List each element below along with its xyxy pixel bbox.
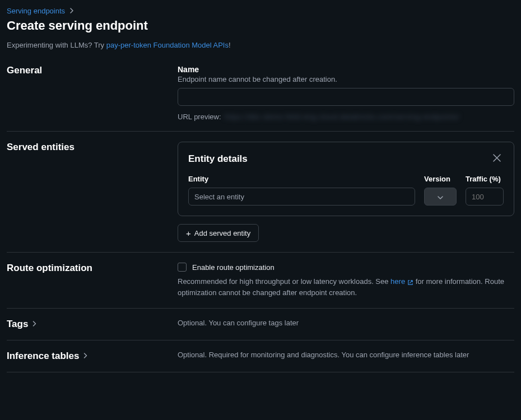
entity-card: Entity details Entity Select an entity V…: [178, 142, 514, 216]
entity-select[interactable]: Select an entity: [188, 188, 415, 206]
chevron-right-icon: [83, 353, 87, 360]
section-title-route: Route optimization: [7, 263, 178, 274]
section-title-served: Served entities: [7, 142, 178, 153]
section-title-inference[interactable]: Inference tables: [7, 351, 178, 362]
tags-description: Optional. You can configure tags later: [178, 319, 514, 327]
entity-card-title: Entity details: [188, 153, 248, 165]
traffic-label: Traffic (%): [466, 175, 504, 183]
section-route-optimization: Route optimization Enable route optimiza…: [7, 253, 514, 309]
chevron-down-icon: [438, 193, 443, 201]
experiment-note: Experimenting with LLMs? Try pay-per-tok…: [7, 41, 514, 49]
traffic-input[interactable]: [466, 188, 504, 206]
close-entity-button[interactable]: [490, 152, 504, 166]
version-label: Version: [424, 175, 457, 183]
entity-select-placeholder: Select an entity: [194, 193, 244, 201]
external-link-icon: [406, 278, 413, 286]
entity-label: Entity: [188, 175, 415, 183]
experiment-prefix: Experimenting with LLMs? Try: [7, 41, 106, 49]
breadcrumb-link[interactable]: Serving endpoints: [7, 7, 65, 15]
name-label: Name: [178, 65, 514, 74]
chevron-right-icon: [69, 8, 74, 15]
url-preview-label: URL preview:: [178, 113, 221, 121]
section-tags: Tags Optional. You can configure tags la…: [7, 309, 514, 340]
route-desc-link[interactable]: here: [390, 277, 413, 286]
url-preview-value: https://dbc-demo-field-eng.cloud.databri…: [225, 113, 460, 121]
breadcrumb: Serving endpoints: [7, 7, 514, 15]
section-title-general: General: [7, 65, 178, 76]
route-checkbox-label: Enable route optimization: [192, 263, 275, 272]
section-inference-tables: Inference tables Optional. Required for …: [7, 340, 514, 372]
name-hint: Endpoint name cannot be changed after cr…: [178, 75, 514, 83]
name-input[interactable]: [178, 88, 514, 106]
route-description: Recommended for high throughput or low l…: [178, 276, 514, 298]
foundation-models-link[interactable]: pay-per-token Foundation Model APIs: [106, 41, 229, 49]
section-title-tags[interactable]: Tags: [7, 319, 178, 330]
inference-description: Optional. Required for monitoring and di…: [178, 351, 514, 359]
page-title: Create serving endpoint: [7, 18, 514, 33]
add-served-entity-button[interactable]: + Add served entity: [178, 224, 259, 242]
version-select[interactable]: [424, 188, 457, 206]
route-optimization-checkbox[interactable]: [178, 263, 187, 272]
route-desc-prefix: Recommended for high throughput or low l…: [178, 277, 390, 286]
add-entity-label: Add served entity: [194, 229, 250, 237]
plus-icon: +: [186, 228, 191, 238]
section-served-entities: Served entities Entity details Entity Se…: [7, 132, 514, 253]
experiment-suffix: !: [229, 41, 231, 49]
chevron-right-icon: [32, 321, 36, 328]
close-icon: [493, 154, 501, 164]
section-general: General Name Endpoint name cannot be cha…: [7, 63, 514, 132]
